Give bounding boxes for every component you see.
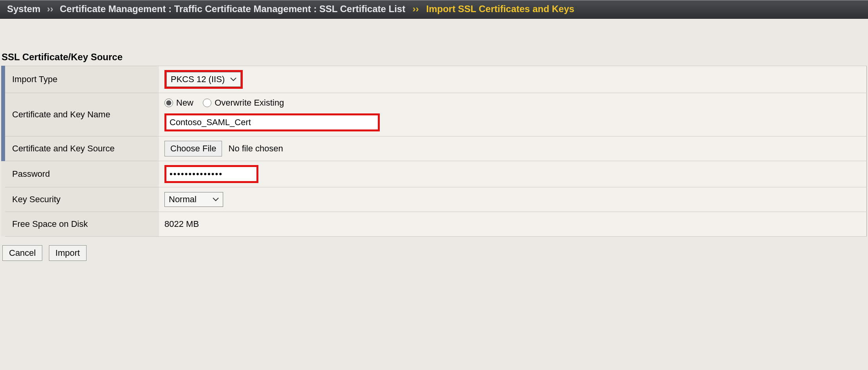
breadcrumb: System ›› Certificate Management : Traff… [0, 0, 868, 19]
form-table: Import Type PKCS 12 (IIS) Certificate an… [1, 66, 867, 237]
cert-name-input[interactable] [166, 115, 378, 129]
cancel-button[interactable]: Cancel [2, 245, 42, 261]
password-input[interactable] [166, 167, 256, 181]
radio-new[interactable]: New [164, 98, 193, 108]
breadcrumb-path[interactable]: Certificate Management : Traffic Certifi… [60, 4, 405, 14]
label-cert-key-source: Certificate and Key Source [3, 137, 159, 161]
free-space-value: 8022 MB [159, 212, 867, 237]
highlight-password [164, 165, 258, 183]
highlight-import-type: PKCS 12 (IIS) [164, 70, 243, 89]
radio-overwrite[interactable]: Overwrite Existing [203, 98, 284, 108]
chevron-down-icon [230, 76, 236, 83]
radio-overwrite-label: Overwrite Existing [215, 98, 284, 108]
import-button[interactable]: Import [49, 245, 87, 261]
radio-new-label: New [176, 98, 193, 108]
radio-overwrite-input[interactable] [203, 99, 211, 107]
breadcrumb-current: Import SSL Certificates and Keys [426, 4, 574, 14]
file-status: No file chosen [229, 144, 283, 153]
label-import-type: Import Type [3, 66, 159, 93]
import-type-value: PKCS 12 (IIS) [171, 74, 225, 84]
key-security-select[interactable]: Normal [164, 192, 223, 207]
label-password: Password [3, 161, 159, 187]
import-type-select[interactable]: PKCS 12 (IIS) [166, 72, 241, 87]
section-title: SSL Certificate/Key Source [2, 52, 868, 63]
choose-file-button[interactable]: Choose File [164, 141, 222, 156]
button-bar: Cancel Import [2, 245, 868, 261]
radio-new-input[interactable] [164, 99, 173, 107]
label-key-security: Key Security [3, 187, 159, 212]
breadcrumb-separator-gold: ›› [408, 4, 424, 14]
key-security-value: Normal [169, 194, 197, 205]
breadcrumb-root[interactable]: System [7, 4, 40, 14]
label-cert-key-name: Certificate and Key Name [3, 93, 159, 137]
breadcrumb-separator: ›› [43, 4, 57, 14]
highlight-cert-name [164, 113, 380, 131]
chevron-down-icon [213, 196, 219, 203]
label-free-space: Free Space on Disk [3, 212, 159, 237]
